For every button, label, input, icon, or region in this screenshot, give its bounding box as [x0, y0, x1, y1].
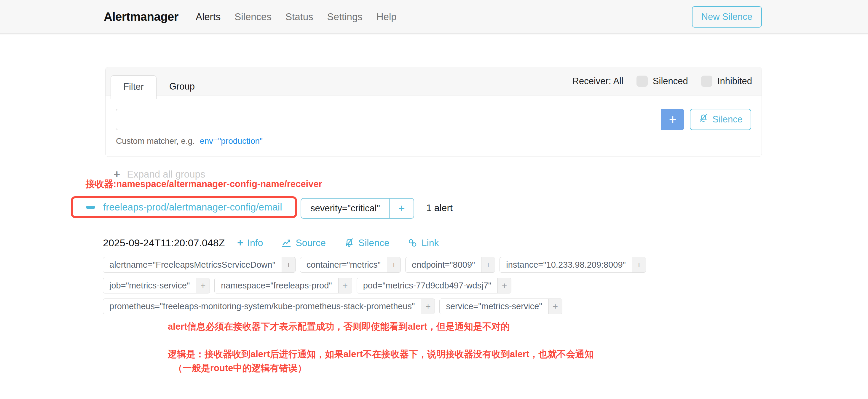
group-matcher-label[interactable]: severity="critical"	[301, 198, 389, 218]
main-nav: Alerts Silences Status Settings Help	[196, 11, 397, 23]
alert-label-chip: service="metrics-service" +	[439, 299, 562, 314]
alert-label-text[interactable]: alertname="FreeleapsMetricsServiceDown"	[103, 257, 282, 272]
add-filter-icon[interactable]: +	[497, 278, 511, 293]
alert-source-link[interactable]: Source	[281, 235, 326, 250]
receiver-dropdown[interactable]: Receiver: All	[572, 76, 623, 87]
annotation-red-box: freeleaps-prod/alertmanager-config/email	[71, 196, 297, 218]
filter-card: Filter Group Receiver: All Silenced Inhi…	[105, 67, 762, 157]
filter-card-body: + Silence Custom matcher, e.g. env="prod…	[105, 95, 762, 156]
tab-group[interactable]: Group	[157, 75, 208, 99]
alert-label-text[interactable]: service="metrics-service"	[440, 299, 548, 314]
alert-label-chip: container="metrics" +	[300, 257, 401, 273]
annotation-line-3: （一般是route中的逻辑有错误）	[174, 362, 307, 375]
bell-slash-icon	[699, 113, 709, 126]
alert-label-chip: namespace="freeleaps-prod" +	[214, 278, 352, 294]
silenced-checkbox[interactable]	[637, 75, 648, 87]
filter-card-header: Filter Group Receiver: All Silenced Inhi…	[105, 67, 762, 95]
alert-link-button[interactable]: Link	[408, 235, 439, 250]
annotation-line-1: alert信息必须在接收器下才表示配置成功，否则即使能看到alert，但是通知是…	[168, 320, 510, 333]
group-matcher-add-button[interactable]: +	[389, 198, 413, 218]
filter-header-controls: Receiver: All Silenced Inhibited	[572, 75, 752, 87]
app-brand[interactable]: Alertmanager	[104, 10, 179, 23]
chart-icon	[281, 238, 292, 248]
alert-labels-row-2: job="metrics-service" + namespace="freel…	[103, 278, 512, 294]
group-receiver-label: freeleaps-prod/alertmanager-config/email	[103, 202, 282, 213]
add-filter-icon[interactable]: +	[196, 278, 210, 293]
add-matcher-button[interactable]: +	[661, 109, 684, 130]
group-receiver-button[interactable]: freeleaps-prod/alertmanager-config/email	[73, 198, 295, 216]
alert-label-text[interactable]: container="metrics"	[300, 257, 387, 272]
filter-tabs: Filter Group	[111, 75, 208, 99]
nav-item-settings[interactable]: Settings	[327, 11, 363, 23]
inhibited-checkbox-label: Inhibited	[717, 76, 752, 87]
nav-item-status[interactable]: Status	[285, 11, 313, 23]
custom-matcher-hint: Custom matcher, e.g. env="production"	[116, 136, 751, 146]
silenced-checkbox-label: Silenced	[653, 76, 688, 87]
alert-label-chip: job="metrics-service" +	[103, 278, 210, 294]
group-matcher-button-group: severity="critical" +	[301, 198, 414, 219]
alert-label-chip: instance="10.233.98.209:8009" +	[499, 257, 646, 273]
minus-icon	[86, 206, 95, 209]
alert-actions: + Info Source Silence	[237, 235, 439, 250]
inhibited-checkbox-group[interactable]: Inhibited	[701, 75, 752, 87]
alert-label-chip: alertname="FreeleapsMetricsServiceDown" …	[103, 257, 296, 273]
add-filter-icon[interactable]: +	[387, 257, 401, 272]
top-navbar: Alertmanager Alerts Silences Status Sett…	[0, 0, 868, 34]
alert-label-chip: prometheus="freeleaps-monitoring-system/…	[103, 299, 435, 314]
nav-item-alerts[interactable]: Alerts	[196, 11, 221, 23]
nav-item-help[interactable]: Help	[376, 11, 397, 23]
annotation-receiver-note: 接收器:namespace/altermanager-config-name/r…	[86, 178, 322, 191]
alert-labels-row-1: alertname="FreeleapsMetricsServiceDown" …	[103, 257, 646, 273]
add-filter-icon[interactable]: +	[282, 257, 295, 272]
alert-label-text[interactable]: instance="10.233.98.209:8009"	[500, 257, 632, 272]
alert-label-text[interactable]: pod="metrics-77d9cdb497-wdsj7"	[357, 278, 497, 293]
add-filter-icon[interactable]: +	[549, 299, 562, 314]
silence-button[interactable]: Silence	[690, 109, 751, 130]
silence-button-label: Silence	[712, 114, 743, 125]
bell-slash-icon	[344, 238, 354, 248]
alert-source-label: Source	[296, 235, 326, 250]
alert-silence-button[interactable]: Silence	[344, 235, 390, 250]
add-filter-icon[interactable]: +	[632, 257, 646, 272]
alert-timestamp: 2025-09-24T11:20:07.048Z	[103, 235, 225, 250]
silenced-checkbox-group[interactable]: Silenced	[637, 75, 688, 87]
alert-label-text[interactable]: namespace="freeleaps-prod"	[215, 278, 338, 293]
add-filter-icon[interactable]: +	[421, 299, 435, 314]
link-icon	[408, 238, 418, 248]
add-filter-icon[interactable]: +	[338, 278, 352, 293]
alert-groups-area: + Expand all groups 接收器:namespace/alterm…	[0, 157, 868, 394]
alert-info-label: Info	[247, 235, 263, 250]
hint-text: Custom matcher, e.g.	[116, 136, 195, 146]
add-filter-icon[interactable]: +	[481, 257, 495, 272]
nav-item-silences[interactable]: Silences	[235, 11, 272, 23]
annotation-line-2: 逻辑是：接收器收到alert后进行通知，如果alert不在接收器下，说明接收器没…	[168, 348, 593, 361]
alert-info-button[interactable]: + Info	[237, 235, 263, 250]
alert-silence-label: Silence	[359, 235, 390, 250]
new-silence-button[interactable]: New Silence	[692, 6, 762, 28]
alert-label-text[interactable]: endpoint="8009"	[406, 257, 481, 272]
alert-label-chip: endpoint="8009" +	[405, 257, 495, 273]
alert-labels-row-3: prometheus="freeleaps-monitoring-system/…	[103, 299, 562, 314]
tab-filter[interactable]: Filter	[111, 75, 157, 99]
alert-label-chip: pod="metrics-77d9cdb497-wdsj7" +	[356, 278, 512, 294]
hint-example-link[interactable]: env="production"	[200, 136, 262, 146]
matcher-row: + Silence	[116, 109, 751, 130]
matcher-input[interactable]	[116, 109, 661, 130]
alert-label-text[interactable]: prometheus="freeleaps-monitoring-system/…	[103, 299, 421, 314]
alert-label-text[interactable]: job="metrics-service"	[103, 278, 196, 293]
plus-icon: +	[237, 238, 243, 248]
alert-count: 1 alert	[426, 200, 453, 216]
alert-link-label: Link	[422, 235, 439, 250]
inhibited-checkbox[interactable]	[701, 75, 712, 87]
